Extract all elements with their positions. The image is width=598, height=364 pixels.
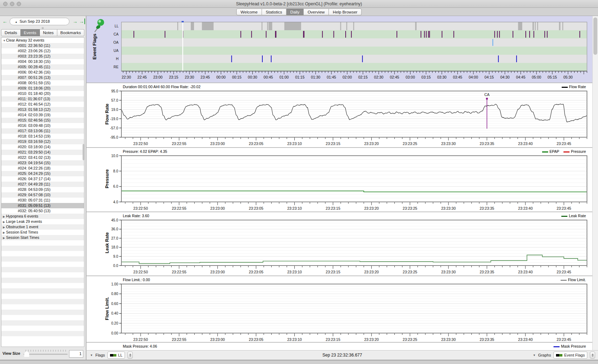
pressure-chart[interactable]: 10.08.06.04.023:22:5023:22:5523:23:0023:… [86,148,593,212]
previous-day-button[interactable]: ← [2,18,7,24]
event-tree-item[interactable]: #015: 02:46:56 (15) [1,118,84,123]
chart-legend: Mask Pressure [554,344,586,348]
legend-label: Leak Rate [569,214,586,218]
tab-help-browser[interactable]: Help Browser [329,9,362,15]
time-tick-label: 04:30 [500,75,509,79]
slider-handle[interactable] [24,351,29,357]
event-tree-item[interactable]: #011: 01:36:07 (13) [1,96,84,102]
event-tree-item[interactable]: #016: 03:09:48 (10) [1,123,84,128]
event-tree-header[interactable]: ▼Clear Airway 32 events [1,38,84,43]
view-size-slider[interactable] [23,348,68,358]
view-size-spinbox[interactable]: 1 [69,350,83,358]
latest-day-button[interactable]: → [79,18,85,24]
legend-label: EPAP [550,149,559,154]
current-date: Sun Sep 23 2018 [20,19,50,23]
flag-row-bg-CA [121,30,587,38]
sidebar-tab-notes[interactable]: Notes [40,29,57,36]
event-flags-chart[interactable]: LLCAOAUAHRE22:3022:4523:0023:1523:3023:4… [86,16,593,82]
event-tree-empty-row [1,262,84,267]
sidebar-tab-bookmarks[interactable]: Bookmarks [57,29,84,36]
flow-limit-chart[interactable]: 1.000.800.600.400.200.0023:22:5023:22:55… [86,276,593,343]
tab-welcome[interactable]: Welcome [236,9,262,15]
leak-rate-chart[interactable]: 45.036.027.018.09.00.023:22:5023:22:5523… [86,212,593,276]
tree-collapsed-icon[interactable]: ▶ [1,230,6,235]
tab-daily[interactable]: Daily [287,9,304,15]
event-tree-item[interactable]: #026: 04:37:17 (14) [1,176,84,182]
events-tree-scrollbar[interactable] [83,144,85,160]
event-item-label: #008: 00:51:59 (15) [18,81,51,85]
event-tree-item[interactable]: #020: 03:18:00 (14) [1,144,84,150]
event-tree-item[interactable]: #001: 22:36:50 (11) [1,43,84,48]
event-tree-item[interactable]: #031: 05:09:51 (13) [1,203,84,208]
next-day-button[interactable]: → [73,18,78,24]
event-tree-item[interactable]: #030: 05:07:31 (11) [1,198,84,203]
event-tree-item[interactable]: #021: 03:29:50 (14) [1,150,84,155]
event-tree-item[interactable]: #003: 23:23:35 (12) [1,54,84,59]
event-tree-item[interactable]: #023: 04:19:54 (15) [1,160,84,166]
svg-text:4.0: 4.0 [113,200,118,204]
event-tree-item[interactable]: #032: 05:40:50 (13) [1,208,84,214]
pushpin-icon[interactable] [92,18,106,35]
event-tree-header[interactable]: ▶Large Leak 29 events [1,219,84,224]
tree-collapsed-icon[interactable]: ▶ [1,214,6,219]
event-tree-item[interactable]: #012: 01:46:54 (12) [1,102,84,107]
time-tick-label: 23:22:55 [172,206,187,210]
event-tree-item[interactable]: #029: 04:57:08 (10) [1,192,84,198]
svg-text:8.0: 8.0 [113,169,118,173]
event-tree-item[interactable]: #019: 03:16:59 (12) [1,139,84,144]
tree-collapsed-icon[interactable]: ▶ [1,235,6,241]
time-tick-label: 01:15 [295,75,304,79]
legend-swatch-leak-rate [561,216,567,217]
time-tick-label: 23:23:45 [557,141,571,146]
time-tick-label: 23:23:40 [518,337,533,342]
date-picker[interactable]: ▲Sun Sep 23 2018 [10,18,69,25]
event-tree-item[interactable]: #007: 00:51:26 (13) [1,75,84,80]
event-tree-header[interactable]: ▶Session Start Times [1,235,84,240]
tree-expanded-icon[interactable]: ▼ [1,38,6,43]
event-tree-item[interactable]: #004: 00:18:30 (15) [1,59,84,64]
event-item-label: #022: 03:41:02 (13) [18,155,51,160]
event-item-label: #014: 02:03:39 (19) [18,113,51,117]
event-tree-item[interactable]: #014: 02:03:39 (19) [1,112,84,118]
graphs-dropdown-icon[interactable]: ▼ [533,354,536,357]
event-tree-item[interactable]: #024: 04:22:26 (18) [1,166,84,171]
sidebar-tab-details[interactable]: Details [1,29,21,36]
event-tree-item[interactable]: #027: 04:49:28 (11) [1,182,84,187]
event-tree-item[interactable]: #025: 04:24:29 (15) [1,171,84,176]
tab-statistics[interactable]: Statistics [262,9,287,15]
time-tick-label: 23:23:40 [518,270,533,274]
tree-collapsed-icon[interactable]: ▶ [1,225,6,230]
event-tree-item[interactable]: #006: 00:42:36 (16) [1,70,84,75]
event-tree-item[interactable]: #005: 00:28:45 (11) [1,64,84,70]
event-tree-item[interactable]: #022: 03:41:02 (13) [1,155,84,160]
time-tick-label: 23:23:20 [364,337,379,342]
tab-overview[interactable]: Overview [304,9,329,15]
sidebar-tab-events[interactable]: Events [21,29,40,36]
event-tree-item[interactable]: #002: 23:06:26 (12) [1,48,84,54]
graphs-combobox[interactable]: Event Flags [554,352,587,359]
time-tick-label: 04:15 [484,75,494,79]
event-tree-empty-row [1,256,84,262]
flow-rate-chart[interactable]: CA95.057.019.0-19.0-57.0-95.023:22:5023:… [86,83,593,148]
event-tree-item[interactable]: #018: 03:14:53 (19) [1,134,84,139]
graphs-scrollbar-thumb[interactable] [593,17,597,55]
event-tree-item[interactable]: #028: 04:53:09 (15) [1,187,84,192]
flag-row-marks-OA [492,39,493,46]
graphs-scrollbar[interactable] [592,16,598,350]
event-tree-item[interactable]: #008: 00:51:59 (15) [1,80,84,86]
graphs-stepper[interactable] [590,352,595,359]
time-tick-label: 23:22:55 [172,270,187,274]
tree-collapsed-icon[interactable]: ▶ [1,219,6,225]
event-tree-item[interactable]: #009: 01:18:06 (20) [1,86,84,91]
event-item-label: #030: 05:07:31 (11) [18,198,50,202]
event-tree-header[interactable]: ▶Hypopnea 6 events [1,214,84,219]
event-tree-item[interactable]: #013: 01:58:13 (12) [1,107,84,112]
event-category-label: Hypopnea 6 events [6,214,38,218]
event-tree-item[interactable]: #017: 03:13:06 (11) [1,128,84,134]
event-tree-item[interactable]: #010: 01:18:40 (20) [1,91,84,96]
event-tree-header[interactable]: ▶Session End Times [1,230,84,235]
time-tick-label: 23:22:55 [172,337,187,342]
time-tick-label: 23:22:55 [172,141,187,146]
event-tree-header[interactable]: ▶Obstructive 1 event [1,224,84,230]
event-tree-empty-row [1,267,84,272]
